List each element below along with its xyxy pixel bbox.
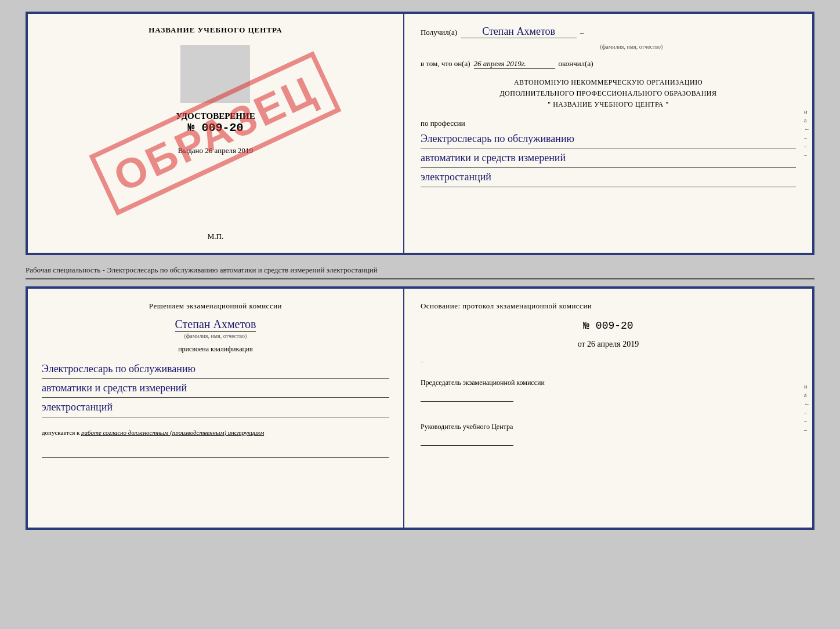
org-line1: АВТОНОМНУЮ НЕКОММЕРЧЕСКУЮ ОРГАНИЗАЦИЮ — [421, 77, 796, 88]
cert-side-marks: и а ← – – – — [804, 108, 810, 158]
profession-line1: Электрослесарь по обслуживанию — [421, 129, 796, 148]
certificate-document: НАЗВАНИЕ УЧЕБНОГО ЦЕНТРА УДОСТОВЕРЕНИЕ №… — [26, 12, 814, 255]
decision-title: Решением экзаменационной комиссии — [42, 300, 389, 312]
vtom-prefix: в том, что он(а) — [421, 59, 470, 68]
osnov-title: Основание: протокол экзаменационной коми… — [421, 300, 796, 312]
protocol-date-value: 26 апреля 2019 — [587, 340, 639, 348]
qualification-document: Решением экзаменационной комиссии Степан… — [26, 286, 814, 530]
chairman-block: Председатель экзаменационной комиссии — [421, 377, 796, 402]
cert-number: № 009-20 — [187, 121, 243, 134]
cert-school-title: НАЗВАНИЕ УЧЕБНОГО ЦЕНТРА — [149, 26, 283, 35]
sign-line — [42, 446, 389, 458]
допуск-text: работе согласно должностным (производств… — [81, 429, 264, 436]
recv-name-label: (фамилия, имя, отчество) — [600, 43, 663, 50]
vtom-suffix: окончил(а) — [559, 59, 593, 68]
recv-prefix: Получил(а) — [421, 28, 457, 37]
org-line2: ДОПОЛНИТЕЛЬНОГО ПРОФЕССИОНАЛЬНОГО ОБРАЗО… — [421, 88, 796, 99]
cert-mp: М.П. — [208, 226, 223, 241]
chairman-label: Председатель экзаменационной комиссии — [421, 377, 796, 388]
допуск-prefix: допускается к — [42, 429, 79, 436]
org-block: АВТОНОМНУЮ НЕКОММЕРЧЕСКУЮ ОРГАНИЗАЦИЮ ДО… — [421, 77, 796, 111]
qual-left-panel: Решением экзаменационной комиссии Степан… — [28, 289, 404, 528]
руководитель-block: Руководитель учебного Центра — [421, 421, 796, 446]
руководитель-label: Руководитель учебного Центра — [421, 421, 796, 432]
assigned-text: присвоена квалификация — [42, 345, 389, 354]
specialty-label: Рабочая специальность - Электрослесарь п… — [26, 262, 814, 279]
date-prefix: от — [578, 340, 585, 348]
chairman-sign-line — [421, 390, 513, 402]
cert-issued: Выдано 26 апреля 2019 — [178, 146, 253, 155]
profession-label: по профессии — [421, 119, 796, 128]
vtom-line: в том, что он(а) 26 апреля 2019г. окончи… — [421, 59, 796, 69]
qual-profession-block: Электрослесарь по обслуживанию автоматик… — [42, 359, 389, 417]
qual-name: Степан Ахметов — [175, 318, 256, 332]
recv-line: Получил(а) Степан Ахметов – — [421, 26, 796, 38]
profession-block: по профессии Электрослесарь по обслужива… — [421, 119, 796, 187]
document-wrapper: НАЗВАНИЕ УЧЕБНОГО ЦЕНТРА УДОСТОВЕРЕНИЕ №… — [26, 12, 814, 530]
org-line3: " НАЗВАНИЕ УЧЕБНОГО ЦЕНТРА " — [421, 99, 796, 110]
qual-name-label: (фамилия, имя, отчество) — [184, 333, 247, 339]
profession-line3: электростанций — [421, 168, 796, 187]
cert-right-panel: Получил(а) Степан Ахметов – (фамилия, им… — [404, 14, 812, 253]
recv-name: Степан Ахметов — [461, 26, 577, 38]
qual-line1: Электрослесарь по обслуживанию — [42, 359, 389, 379]
cert-left-panel: НАЗВАНИЕ УЧЕБНОГО ЦЕНТРА УДОСТОВЕРЕНИЕ №… — [28, 14, 404, 253]
qual-side-marks: и а ← – – – — [804, 383, 810, 433]
profession-line2: автоматики и средств измерений — [421, 148, 796, 168]
vtom-date: 26 апреля 2019г. — [474, 59, 555, 69]
cert-subtitle: УДОСТОВЕРЕНИЕ — [176, 111, 255, 121]
qual-right-panel: Основание: протокол экзаменационной коми… — [404, 289, 812, 528]
допуск-block: допускается к работе согласно должностны… — [42, 429, 389, 436]
recv-dash: – — [580, 28, 584, 37]
руководитель-sign-line — [421, 434, 513, 446]
protocol-date: от 26 апреля 2019 — [421, 340, 796, 349]
issued-date: 26 апреля 2019 — [205, 146, 253, 155]
qual-line2: автоматики и средств измерений — [42, 379, 389, 398]
qual-line3: электростанций — [42, 398, 389, 417]
protocol-number: № 009-20 — [421, 320, 796, 332]
issued-label: Выдано — [178, 146, 203, 155]
photo-placeholder — [180, 45, 250, 103]
